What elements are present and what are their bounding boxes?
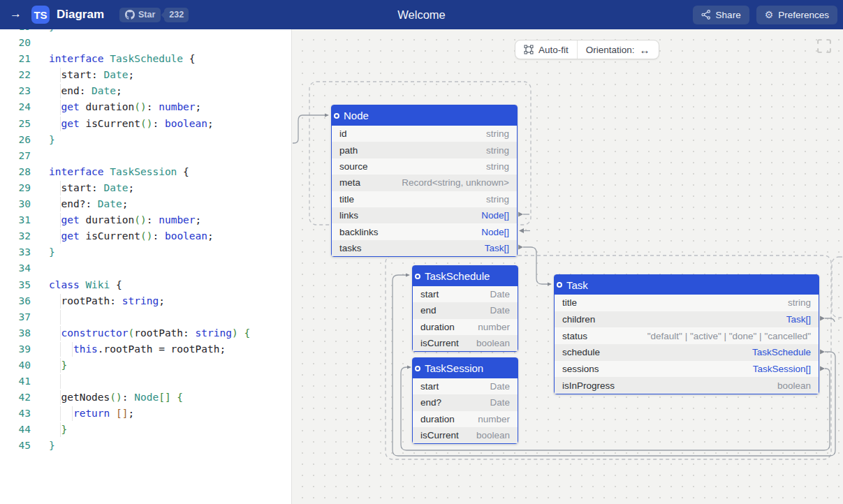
- code-text: get isCurrent(): boolean;: [49, 116, 291, 132]
- github-star-count[interactable]: 232: [164, 8, 189, 22]
- github-icon: [125, 10, 135, 20]
- code-text: end?: Date;: [49, 196, 291, 212]
- code-text: start: Date;: [49, 180, 291, 196]
- field-type-link[interactable]: Task[]: [786, 314, 811, 325]
- entity-taskschedule[interactable]: TaskSchedulestartDateendDatedurationnumb…: [412, 265, 518, 352]
- code-text: }: [49, 244, 291, 260]
- line-number: 38: [0, 325, 31, 341]
- field-type-link[interactable]: Node[]: [481, 227, 509, 237]
- field-type: Date: [490, 305, 510, 316]
- line-number: 41: [0, 373, 31, 390]
- code-text: [49, 260, 291, 276]
- field-type: boolean: [777, 380, 811, 391]
- entity-tasksession[interactable]: TaskSessionstartDateend?Datedurationnumb…: [412, 357, 518, 444]
- entity-node[interactable]: NodeidstringpathstringsourcestringmetaRe…: [331, 105, 518, 257]
- field-type: boolean: [476, 430, 510, 440]
- code-text: }: [49, 29, 291, 35]
- code-line: 36 rootPath: string;: [0, 293, 291, 309]
- code-line: 43 return [];: [0, 406, 291, 422]
- back-arrow-icon[interactable]: →: [6, 7, 26, 22]
- entity-title: Node: [344, 110, 369, 121]
- code-text: get duration(): number;: [49, 99, 291, 115]
- autofit-button[interactable]: Auto-fit: [515, 40, 577, 59]
- field-name: tasks: [339, 243, 362, 253]
- field-type-link[interactable]: Task[]: [485, 243, 509, 253]
- connector-circle: [557, 282, 562, 288]
- entity-task[interactable]: TasktitlestringchildrenTask[]status"defa…: [554, 274, 819, 394]
- github-star-label: Star: [138, 10, 155, 20]
- navbar-left: → TS Diagram Star 232: [6, 6, 189, 24]
- line-number: 45: [0, 438, 31, 454]
- preferences-button[interactable]: ⚙ Preferences: [756, 6, 837, 24]
- share-button[interactable]: Share: [693, 6, 749, 24]
- code-line: 21interface TaskSchedule {: [0, 51, 291, 67]
- field-type: string: [486, 145, 509, 156]
- field-type: "default" | "active" | "done" | "cancell…: [647, 331, 811, 341]
- entity-layer: NodeidstringpathstringsourcestringmetaRe…: [292, 29, 843, 504]
- code-text: class Wiki {: [49, 277, 291, 293]
- diagram-canvas[interactable]: NodeidstringpathstringsourcestringmetaRe…: [292, 29, 843, 504]
- entity-row-path: pathstring: [332, 142, 517, 158]
- line-number: 30: [0, 196, 31, 212]
- code-line: 31 get duration(): number;: [0, 212, 291, 228]
- line-number: 29: [0, 180, 31, 196]
- entity-row-id: idstring: [332, 126, 517, 142]
- field-type-link[interactable]: TaskSchedule: [752, 347, 811, 357]
- code-text: rootPath: string;: [49, 293, 291, 309]
- field-type: string: [486, 161, 509, 172]
- entity-row-tasks: tasksTask[]: [332, 240, 517, 256]
- code-line: 20: [0, 35, 291, 51]
- field-name: schedule: [562, 347, 600, 357]
- field-name: isCurrent: [420, 430, 459, 440]
- github-star-widget[interactable]: Star 232: [119, 8, 189, 22]
- gear-icon: ⚙: [765, 10, 774, 20]
- orientation-button[interactable]: Orientation: ↔: [577, 40, 659, 59]
- entity-row-duration: durationnumber: [413, 319, 518, 335]
- line-number: 27: [0, 148, 31, 164]
- field-type-link[interactable]: Node[]: [481, 210, 509, 221]
- code-line: 28interface TaskSession {: [0, 164, 291, 180]
- field-name: end: [420, 305, 437, 316]
- field-type: Date: [490, 289, 510, 299]
- entity-row-status: status"default" | "active" | "done" | "c…: [555, 327, 819, 344]
- line-number: 43: [0, 406, 31, 422]
- code-editor[interactable]: 19}2021interface TaskSchedule {22 start:…: [0, 29, 292, 504]
- entity-header-task[interactable]: Task: [555, 275, 819, 295]
- field-type: Record<string, unknown>: [402, 177, 509, 188]
- code-line: 26}: [0, 132, 291, 148]
- line-number: 19: [0, 29, 31, 35]
- code-line: 45}: [0, 438, 291, 454]
- entity-title: Task: [566, 279, 588, 291]
- github-star-button[interactable]: Star: [119, 8, 161, 22]
- code-line: 24 get duration(): number;: [0, 99, 291, 115]
- code-text: interface TaskSchedule {: [49, 51, 291, 67]
- entity-row-isInProgress: isInProgressboolean: [555, 377, 819, 394]
- field-name: duration: [420, 414, 455, 424]
- code-text: return [];: [49, 406, 291, 422]
- field-name: meta: [339, 177, 360, 188]
- code-text: }: [49, 422, 291, 438]
- share-icon: [701, 10, 711, 20]
- entity-header-node[interactable]: Node: [332, 105, 517, 126]
- field-type-link[interactable]: TaskSession[]: [753, 364, 811, 374]
- canvas-toolbar: Auto-fit Orientation: ↔: [515, 40, 659, 59]
- code-line: 35class Wiki {: [0, 277, 291, 293]
- field-name: start: [420, 289, 439, 299]
- code-line: 19}: [0, 29, 291, 35]
- line-number: 35: [0, 277, 31, 293]
- fullscreen-button[interactable]: [817, 39, 833, 54]
- code-line: 37: [0, 309, 291, 325]
- line-number: 31: [0, 212, 31, 228]
- app-logo[interactable]: TS: [31, 6, 50, 24]
- line-number: 25: [0, 116, 31, 132]
- orientation-arrow-icon: ↔: [640, 44, 650, 56]
- line-number: 26: [0, 132, 31, 148]
- code-line: 32 get isCurrent(): boolean;: [0, 228, 291, 244]
- field-name: isInProgress: [562, 380, 615, 391]
- code-line: 22 start: Date;: [0, 67, 291, 83]
- code-line: 40 }: [0, 357, 291, 373]
- entity-title: TaskSession: [425, 362, 483, 374]
- entity-header-taskschedule[interactable]: TaskSchedule: [413, 266, 518, 286]
- entity-header-tasksession[interactable]: TaskSession: [413, 358, 518, 378]
- fullscreen-icon: [817, 39, 831, 53]
